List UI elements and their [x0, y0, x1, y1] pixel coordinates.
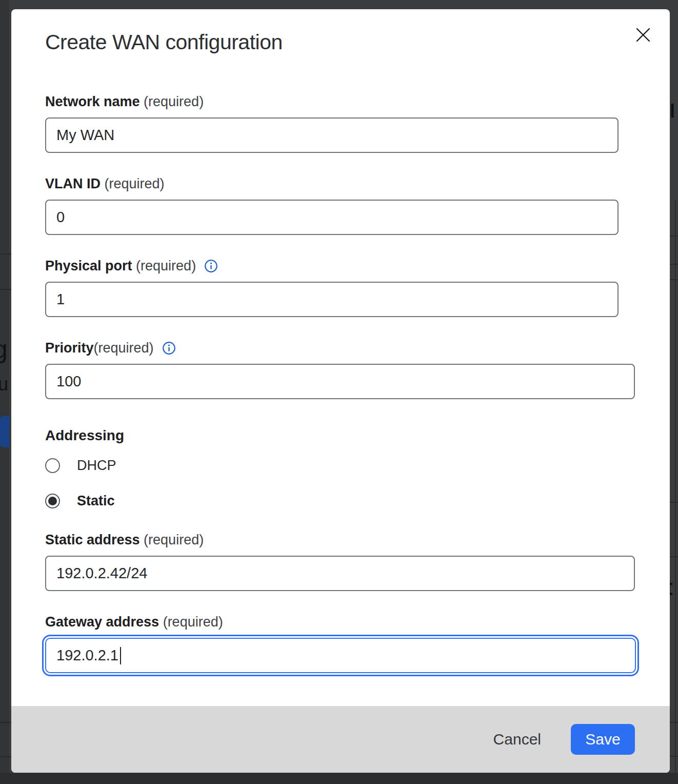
- background-table-border: [675, 200, 676, 774]
- vlan-id-field: VLAN ID (required) 0: [45, 175, 670, 235]
- required-hint: (required): [159, 614, 223, 630]
- radio-option-dhcp[interactable]: DHCP: [45, 458, 670, 474]
- page-root: { "background": { "fragments": { "left_h…: [0, 0, 678, 784]
- background-table-line: [0, 756, 11, 757]
- field-label-text: Static address: [45, 532, 140, 548]
- radio-button-selected-icon[interactable]: [45, 494, 60, 508]
- dialog-content: Create WAN configuration Network name (r…: [11, 9, 670, 706]
- priority-field: Priority(required) 100: [45, 340, 670, 399]
- field-label-text: VLAN ID: [45, 175, 101, 192]
- physical-port-info-button[interactable]: [204, 259, 218, 273]
- input-value: 192.0.2.1: [56, 647, 118, 664]
- input-value: 1: [56, 291, 65, 308]
- static-address-input[interactable]: 192.0.2.42/24: [45, 556, 635, 591]
- background-table-line: [0, 253, 11, 254]
- radio-option-static[interactable]: Static: [45, 493, 670, 509]
- gateway-address-field: Gateway address (required) 192.0.2.1: [45, 614, 670, 673]
- background-table-line: [670, 502, 678, 503]
- static-address-field: Static address (required) 192.0.2.42/24: [45, 532, 670, 591]
- text-cursor: [120, 647, 121, 664]
- info-icon: [162, 341, 176, 355]
- background-table-line: [0, 722, 11, 723]
- required-hint: (required): [101, 175, 165, 192]
- radio-option-label: Static: [77, 493, 115, 509]
- field-label-text: Physical port: [45, 258, 132, 274]
- background-table-line: [670, 236, 678, 237]
- dialog-footer: Cancel Save: [11, 706, 670, 773]
- input-value: 100: [56, 373, 81, 390]
- background-heading-fragment: g: [0, 335, 8, 364]
- save-button[interactable]: Save: [571, 724, 635, 755]
- field-label-text: Priority: [45, 340, 94, 356]
- radio-button-icon[interactable]: [45, 458, 60, 473]
- close-button[interactable]: [634, 26, 652, 44]
- input-value: My WAN: [56, 127, 114, 144]
- background-button-fragment: [0, 416, 9, 447]
- physical-port-label: Physical port (required): [45, 258, 670, 274]
- required-hint: (required): [140, 532, 204, 548]
- create-wan-dialog: Create WAN configuration Network name (r…: [11, 9, 670, 773]
- network-name-input[interactable]: My WAN: [45, 117, 619, 153]
- info-icon: [204, 259, 218, 273]
- required-hint: (required): [94, 340, 154, 356]
- radio-option-label: DHCP: [77, 458, 116, 474]
- field-label-text: Network name: [45, 93, 140, 110]
- background-bottom-shade: [0, 773, 678, 784]
- field-label-text: Gateway address: [45, 614, 159, 630]
- background-table-line: [670, 722, 678, 723]
- priority-input[interactable]: 100: [45, 364, 635, 399]
- priority-label: Priority(required): [45, 340, 670, 356]
- network-name-label: Network name (required): [45, 93, 670, 110]
- dialog-title: Create WAN configuration: [45, 30, 670, 54]
- required-hint: (required): [132, 258, 196, 274]
- static-address-label: Static address (required): [45, 532, 670, 548]
- background-table-line: [670, 264, 678, 265]
- background-left-strip: [0, 0, 9, 784]
- gateway-address-input[interactable]: 192.0.2.1: [45, 638, 636, 673]
- background-table-line: [670, 279, 678, 280]
- priority-info-button[interactable]: [162, 341, 176, 355]
- required-hint: (required): [140, 93, 204, 110]
- network-name-field: Network name (required) My WAN: [45, 93, 670, 153]
- background-table-line: [0, 289, 11, 290]
- input-value: 192.0.2.42/24: [56, 565, 147, 582]
- cancel-button[interactable]: Cancel: [490, 730, 544, 749]
- gateway-address-label: Gateway address (required): [45, 614, 670, 630]
- addressing-heading: Addressing: [45, 427, 670, 444]
- vlan-id-label: VLAN ID (required): [45, 175, 670, 192]
- physical-port-input[interactable]: 1: [45, 282, 619, 317]
- background-text-fragment: u: [0, 374, 8, 395]
- input-value: 0: [56, 209, 65, 226]
- physical-port-field: Physical port (required) 1: [45, 258, 670, 317]
- vlan-id-input[interactable]: 0: [45, 200, 619, 235]
- background-table-line: [670, 756, 678, 757]
- close-icon: [635, 27, 651, 43]
- background-table-line: [670, 556, 678, 557]
